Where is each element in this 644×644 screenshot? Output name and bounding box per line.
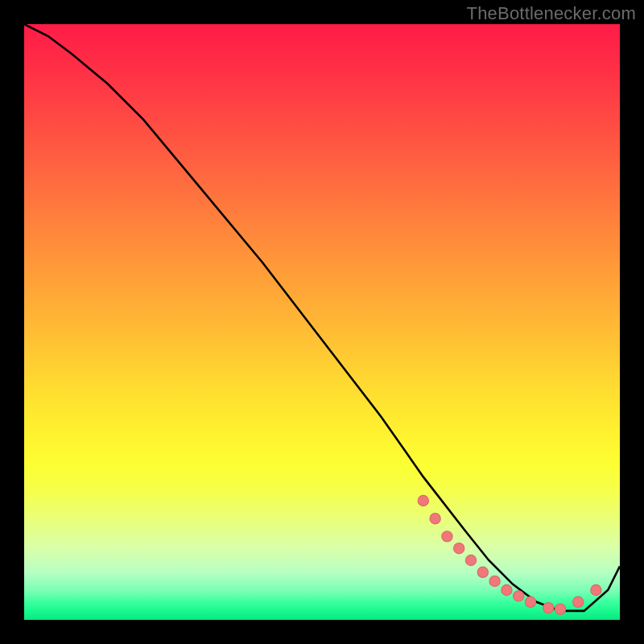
marker-dot: [454, 543, 464, 554]
marker-dot: [477, 567, 488, 577]
marker-dot: [442, 531, 452, 542]
marker-dot: [430, 514, 440, 524]
marker-dot: [591, 584, 601, 595]
marker-dot: [543, 603, 554, 613]
marker-dot: [418, 495, 428, 506]
marker-dot: [514, 591, 524, 601]
marker-dot: [502, 584, 512, 595]
marker-dot: [555, 604, 565, 614]
optimal-range-dots: [24, 24, 620, 620]
chart-frame: TheBottlenecker.com: [0, 0, 644, 644]
marker-dot: [573, 597, 584, 607]
watermark-text: TheBottlenecker.com: [467, 3, 636, 24]
marker-dot: [489, 576, 500, 586]
marker-dot: [465, 555, 476, 565]
marker-dot: [525, 597, 535, 607]
